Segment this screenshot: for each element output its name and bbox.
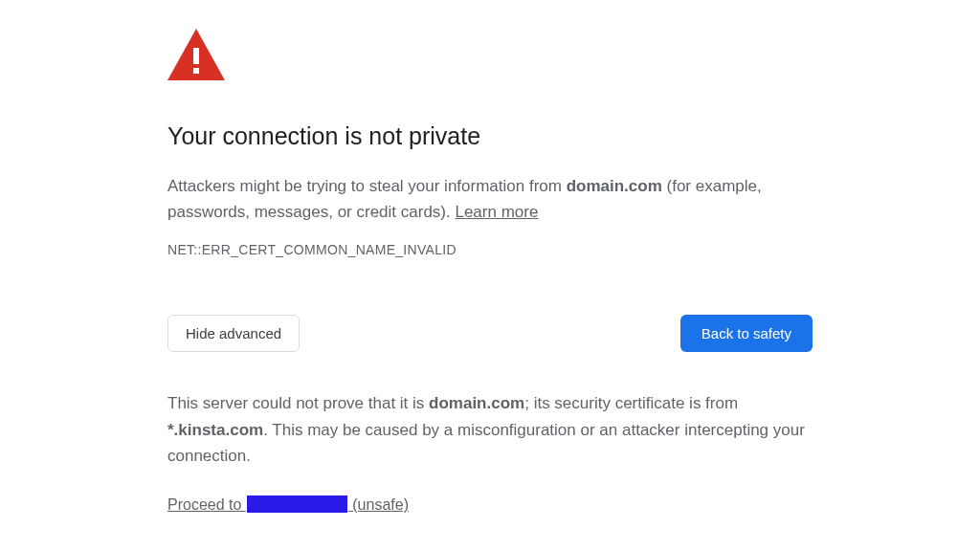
advanced-prefix: This server could not prove that it is [167, 394, 429, 412]
redacted-domain [247, 495, 347, 513]
button-row: Hide advanced Back to safety [167, 315, 813, 352]
body-prefix: Attackers might be trying to steal your … [167, 177, 567, 195]
proceed-link[interactable]: Proceed to (unsafe) [167, 496, 409, 513]
back-to-safety-button[interactable]: Back to safety [680, 315, 813, 352]
advanced-suffix: . This may be caused by a misconfigurati… [167, 421, 805, 465]
advanced-cert-domain: *.kinsta.com [167, 421, 263, 439]
learn-more-link[interactable]: Learn more [455, 203, 538, 221]
svg-rect-1 [193, 48, 199, 64]
page-title: Your connection is not private [167, 122, 813, 150]
advanced-explanation: This server could not prove that it is d… [167, 390, 813, 469]
advanced-mid: ; its security certificate is from [524, 394, 738, 412]
error-code: NET::ERR_CERT_COMMON_NAME_INVALID [167, 242, 813, 257]
svg-rect-2 [193, 68, 199, 74]
warning-body: Attackers might be trying to steal your … [167, 173, 813, 225]
warning-triangle-icon [167, 29, 813, 84]
advanced-domain: domain.com [429, 394, 524, 412]
hide-advanced-button[interactable]: Hide advanced [167, 315, 300, 352]
proceed-prefix: Proceed to [167, 496, 246, 513]
proceed-line: Proceed to (unsafe) [167, 495, 813, 514]
unsafe-label[interactable]: (unsafe) [352, 496, 409, 513]
body-domain: domain.com [567, 177, 662, 195]
